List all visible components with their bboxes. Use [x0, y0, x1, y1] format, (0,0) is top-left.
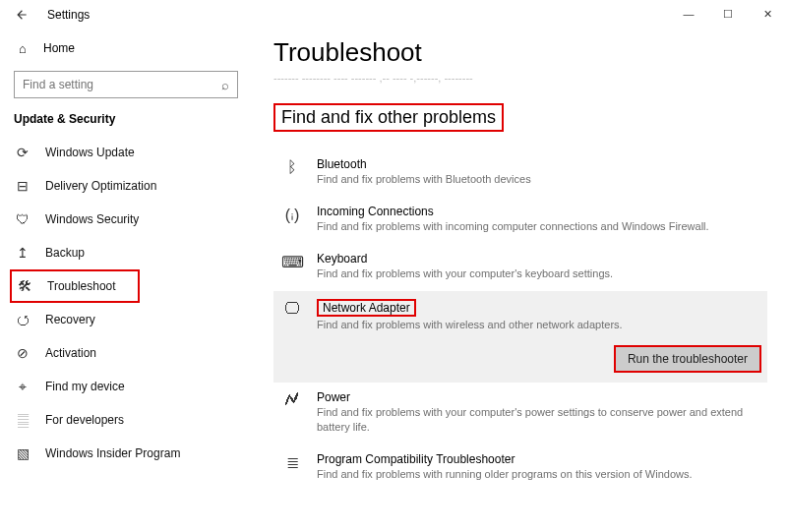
antenna-icon: (ꜟ) [279, 205, 305, 234]
sidebar-item-label: Troubleshoot [47, 279, 116, 293]
app-title: Settings [47, 8, 90, 22]
delivery-icon: ⊟ [14, 178, 31, 194]
maximize-button[interactable]: ☐ [708, 0, 748, 28]
close-icon: ✕ [763, 8, 772, 21]
run-troubleshooter-button[interactable]: Run the troubleshooter [614, 345, 761, 373]
troubleshooter-program-compatibility[interactable]: ≣ Program Compatibility Troubleshooter F… [273, 444, 767, 492]
troubleshooter-desc: Find and fix problems with wireless and … [317, 318, 761, 332]
titlebar: Settings ― ☐ ✕ [0, 0, 787, 30]
troubleshooter-incoming-connections[interactable]: (ꜟ) Incoming Connections Find and fix pr… [273, 197, 767, 244]
troubleshooter-power[interactable]: 🗲 Power Find and fix problems with your … [273, 383, 767, 444]
troubleshooter-label: Incoming Connections [317, 205, 761, 218]
sidebar-item-label: For developers [45, 413, 124, 427]
minimize-button[interactable]: ― [669, 0, 708, 28]
sidebar-item-activation[interactable]: ⊘ Activation [14, 336, 238, 370]
shield-icon: 🛡 [14, 211, 31, 227]
sidebar-item-label: Recovery [45, 313, 95, 326]
location-icon: ⌖ [14, 379, 31, 395]
troubleshooter-bluetooth[interactable]: ᛒ Bluetooth Find and fix problems with B… [273, 149, 767, 197]
troubleshooter-label: Program Compatibility Troubleshooter [317, 452, 761, 466]
activation-icon: ⊘ [14, 345, 31, 361]
bluetooth-icon: ᛒ [279, 157, 305, 187]
troubleshooter-keyboard[interactable]: ⌨ Keyboard Find and fix problems with yo… [273, 244, 767, 291]
subheading: Find and fix other problems [273, 103, 504, 132]
troubleshooter-label: Bluetooth [317, 157, 761, 171]
back-button[interactable] [10, 3, 33, 27]
sidebar-item-windows-security[interactable]: 🛡 Windows Security [14, 203, 238, 236]
sidebar-item-windows-insider[interactable]: ▧ Windows Insider Program [14, 437, 238, 470]
arrow-left-icon [15, 8, 29, 22]
sidebar-item-label: Find my device [45, 380, 125, 393]
main-panel: Troubleshoot ------- -------- ---- -----… [246, 30, 787, 532]
recovery-icon: ⭯ [14, 312, 31, 327]
sidebar-item-backup[interactable]: ↥ Backup [14, 236, 238, 269]
troubleshooter-label: Network Adapter [317, 299, 416, 317]
sidebar: ⌂ Home ⌕ Update & Security ⟳ Windows Upd… [0, 30, 246, 532]
sidebar-item-label: Windows Update [45, 146, 135, 159]
sidebar-item-label: Windows Security [45, 212, 139, 226]
troubleshooter-desc: Find and fix problems with incoming comp… [317, 219, 761, 234]
troubleshooter-desc: Find and fix problems with your computer… [317, 266, 761, 281]
power-icon: 🗲 [279, 390, 305, 435]
sidebar-item-label: Delivery Optimization [45, 179, 156, 193]
search-box[interactable]: ⌕ [14, 71, 238, 98]
section-heading: Update & Security [14, 112, 238, 126]
sidebar-item-for-developers[interactable]: 𝄛 For developers [14, 403, 238, 437]
developers-icon: 𝄛 [14, 412, 31, 429]
sidebar-item-label: Activation [45, 346, 96, 360]
sidebar-item-troubleshoot[interactable]: 🛠 Troubleshoot [10, 269, 140, 303]
faded-text: ------- -------- ---- ------- ,-- ---- -… [273, 72, 767, 84]
network-icon: 🖵 [279, 299, 305, 374]
troubleshooter-desc: Find and fix problems with Bluetooth dev… [317, 172, 761, 187]
troubleshooter-label: Power [317, 390, 761, 404]
list-icon: ≣ [279, 452, 305, 482]
sidebar-item-label: Backup [45, 246, 85, 260]
home-label: Home [43, 41, 75, 55]
troubleshooter-network-adapter[interactable]: 🖵 Network Adapter Find and fix problems … [273, 291, 767, 384]
keyboard-icon: ⌨ [279, 252, 305, 281]
troubleshooter-label: Keyboard [317, 252, 761, 266]
sidebar-item-label: Windows Insider Program [45, 446, 180, 460]
insider-icon: ▧ [14, 445, 31, 461]
backup-icon: ↥ [14, 245, 31, 261]
wrench-icon: 🛠 [16, 278, 33, 294]
sidebar-item-windows-update[interactable]: ⟳ Windows Update [14, 136, 238, 169]
close-button[interactable]: ✕ [748, 0, 787, 28]
troubleshooter-desc: Find and fix problems with your computer… [317, 405, 761, 435]
sidebar-item-delivery-optimization[interactable]: ⊟ Delivery Optimization [14, 169, 238, 203]
home-icon: ⌂ [14, 41, 31, 56]
minimize-icon: ― [684, 8, 695, 20]
troubleshooter-list: ᛒ Bluetooth Find and fix problems with B… [273, 149, 767, 492]
search-icon: ⌕ [221, 78, 229, 92]
troubleshooter-desc: Find and fix problems with running older… [317, 467, 761, 482]
sidebar-home[interactable]: ⌂ Home [14, 33, 238, 63]
sync-icon: ⟳ [14, 145, 31, 160]
sidebar-item-recovery[interactable]: ⭯ Recovery [14, 303, 238, 336]
sidebar-item-find-my-device[interactable]: ⌖ Find my device [14, 370, 238, 403]
window-controls: ― ☐ ✕ [669, 0, 787, 28]
page-title: Troubleshoot [273, 37, 767, 68]
search-input[interactable] [23, 78, 221, 91]
maximize-icon: ☐ [723, 8, 733, 21]
